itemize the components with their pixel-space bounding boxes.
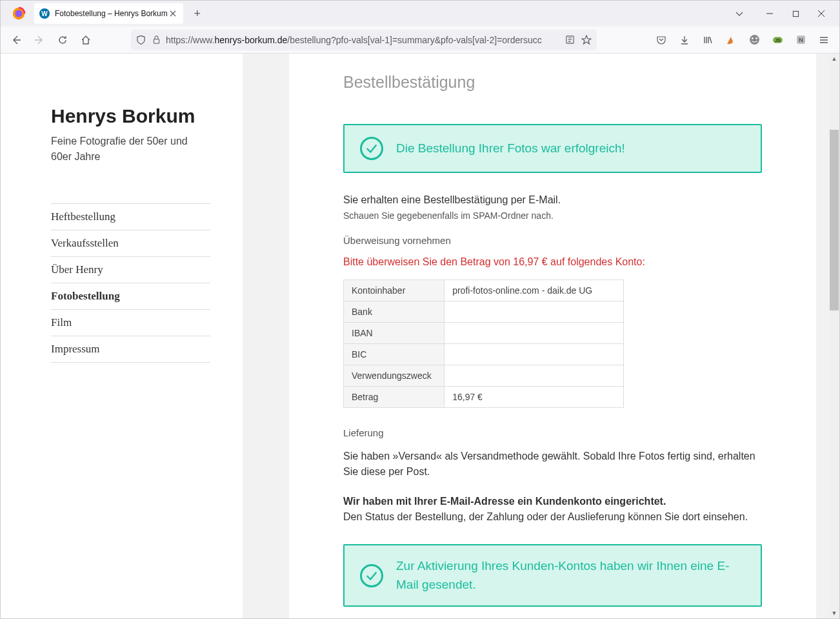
extension-icon-2[interactable] bbox=[744, 30, 765, 50]
bank-value: 16,97 € bbox=[445, 387, 624, 408]
success-text: Die Bestellung Ihrer Fotos war erfolgrei… bbox=[396, 139, 625, 158]
scroll-up-arrow-icon[interactable]: ▲ bbox=[829, 54, 839, 64]
tab-title: Fotobestellung – Henrys Borkum bbox=[55, 9, 168, 18]
nav-item-verkaufsstellen[interactable]: Verkaufsstellen bbox=[51, 230, 210, 256]
svg-rect-2 bbox=[793, 11, 798, 16]
library-icon[interactable] bbox=[697, 30, 718, 50]
new-tab-button[interactable]: + bbox=[188, 5, 206, 23]
svg-text:JS: JS bbox=[774, 37, 780, 43]
site-sidebar: Henrys Borkum Feine Fotografie der 50er … bbox=[1, 54, 243, 618]
extension-icon-1[interactable] bbox=[721, 30, 741, 50]
close-window-button[interactable] bbox=[811, 3, 832, 24]
scrollbar-thumb[interactable] bbox=[830, 130, 839, 310]
delivery-heading: Lieferung bbox=[343, 427, 762, 438]
bank-value bbox=[445, 323, 624, 344]
bank-label: Bank bbox=[344, 301, 445, 323]
checkmark-circle-icon bbox=[360, 564, 383, 587]
bank-label: Kontoinhaber bbox=[344, 280, 445, 301]
svg-rect-3 bbox=[154, 39, 159, 44]
lock-icon[interactable] bbox=[152, 35, 161, 45]
bank-value: profi-fotos-online.com - daik.de UG bbox=[445, 280, 624, 301]
bank-label: Verwendungszweck bbox=[344, 365, 445, 387]
reader-mode-icon[interactable] bbox=[565, 35, 575, 45]
toolbar: https://www.henrys-borkum.de/bestellung?… bbox=[1, 26, 839, 54]
svg-text:N: N bbox=[799, 36, 803, 43]
table-row: Betrag16,97 € bbox=[344, 387, 624, 408]
extension-icon-4[interactable]: N bbox=[790, 30, 811, 50]
minimize-button[interactable] bbox=[759, 3, 780, 24]
site-tagline: Feine Fotografie der 50er und 60er Jahre bbox=[51, 134, 210, 165]
checkmark-circle-icon bbox=[360, 137, 383, 160]
title-bar: W Fotobestellung – Henrys Borkum + bbox=[1, 1, 839, 26]
extension-icon-3[interactable]: JS bbox=[767, 30, 788, 50]
table-row: Bank bbox=[344, 301, 624, 323]
bank-table: Kontoinhaberprofi-fotos-online.com - dai… bbox=[343, 279, 624, 408]
transfer-heading: Überweisung vornehmen bbox=[343, 235, 762, 246]
table-row: Kontoinhaberprofi-fotos-online.com - dai… bbox=[344, 280, 624, 301]
scroll-down-arrow-icon[interactable]: ▼ bbox=[829, 608, 839, 618]
menu-icon[interactable] bbox=[814, 30, 834, 50]
table-row: BIC bbox=[344, 344, 624, 365]
firefox-icon bbox=[11, 6, 26, 21]
delivery-text: Sie haben »Versand« als Versandmethode g… bbox=[343, 449, 762, 480]
table-row: IBAN bbox=[344, 323, 624, 344]
bookmark-star-icon[interactable] bbox=[581, 35, 592, 45]
overflow-caret-icon[interactable] bbox=[735, 9, 744, 18]
tab-close-icon[interactable] bbox=[168, 8, 178, 19]
main-column: Bestellbestätigung Die Bestellung Ihrer … bbox=[243, 54, 839, 618]
url-text: https://www.henrys-borkum.de/bestellung?… bbox=[166, 35, 560, 45]
success-text: Zur Aktivierung Ihres Kunden-Kontos habe… bbox=[396, 557, 745, 594]
downloads-icon[interactable] bbox=[674, 30, 695, 50]
nav-item-impressum[interactable]: Impressum bbox=[51, 336, 210, 363]
site-title[interactable]: Henrys Borkum bbox=[51, 105, 210, 127]
forward-button bbox=[29, 30, 50, 50]
table-row: Verwendungszweck bbox=[344, 365, 624, 387]
svg-point-5 bbox=[750, 35, 759, 45]
nav-item-ueber-henry[interactable]: Über Henry bbox=[51, 256, 210, 283]
pocket-icon[interactable] bbox=[651, 30, 672, 50]
content-card: Bestellbestätigung Die Bestellung Ihrer … bbox=[289, 54, 816, 618]
maximize-button[interactable] bbox=[785, 3, 806, 24]
svg-point-6 bbox=[751, 37, 753, 39]
shield-icon[interactable] bbox=[136, 35, 146, 45]
nav-list: Heftbestellung Verkaufsstellen Über Henr… bbox=[51, 203, 210, 363]
bank-value bbox=[445, 365, 624, 387]
account-info: Wir haben mit Ihrer E-Mail-Adresse ein K… bbox=[343, 494, 762, 525]
browser-tab[interactable]: W Fotobestellung – Henrys Borkum bbox=[34, 3, 183, 24]
bank-value bbox=[445, 301, 624, 323]
success-box-activation: Zur Aktivierung Ihres Kunden-Kontos habe… bbox=[343, 544, 762, 607]
page-heading: Bestellbestätigung bbox=[343, 73, 762, 92]
reload-button[interactable] bbox=[52, 30, 73, 50]
confirm-email-text: Sie erhalten eine Bestellbestätigung per… bbox=[343, 192, 762, 208]
bank-value bbox=[445, 344, 624, 365]
svg-point-7 bbox=[755, 37, 757, 39]
url-bar[interactable]: https://www.henrys-borkum.de/bestellung?… bbox=[131, 30, 597, 50]
spam-hint-text: Schauen Sie gegebenenfalls im SPAM-Ordne… bbox=[343, 210, 762, 221]
nav-item-fotobestellung[interactable]: Fotobestellung bbox=[51, 283, 210, 309]
back-button[interactable] bbox=[6, 30, 26, 50]
wordpress-favicon: W bbox=[39, 8, 50, 19]
transfer-instruction: Bitte überweisen Sie den Betrag von 16,9… bbox=[343, 256, 762, 268]
bank-label: IBAN bbox=[344, 323, 445, 344]
success-box-order: Die Bestellung Ihrer Fotos war erfolgrei… bbox=[343, 124, 762, 173]
vertical-scrollbar[interactable]: ▲ ▼ bbox=[829, 54, 839, 618]
bank-label: Betrag bbox=[344, 387, 445, 408]
nav-item-film[interactable]: Film bbox=[51, 309, 210, 336]
bank-label: BIC bbox=[344, 344, 445, 365]
home-button[interactable] bbox=[75, 30, 96, 50]
svg-point-1 bbox=[15, 10, 23, 17]
nav-item-heftbestellung[interactable]: Heftbestellung bbox=[51, 203, 210, 230]
